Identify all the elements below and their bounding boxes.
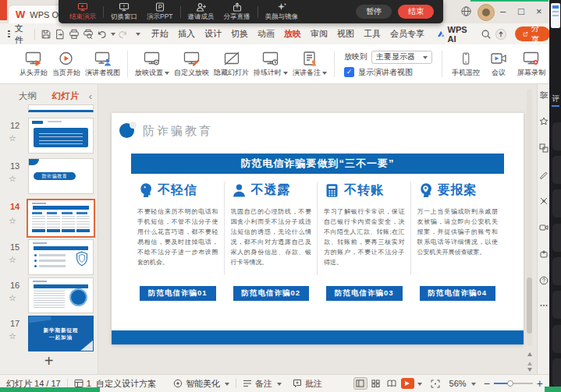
panel-item[interactable]: [552, 224, 561, 252]
maximize-button[interactable]: □: [518, 5, 524, 18]
tab-animation[interactable]: 动画: [253, 23, 279, 44]
rehearse-timing-button[interactable]: 排练计时: [251, 46, 290, 82]
switch-window-button[interactable]: 切换窗口: [106, 2, 142, 22]
show-settings-caret[interactable]: [165, 72, 169, 77]
slide-header-title[interactable]: 防诈骗教育: [143, 124, 213, 139]
file-menu[interactable]: 文件: [15, 23, 23, 46]
present-ppt-button[interactable]: 演示PPT: [142, 2, 178, 22]
show-settings-button[interactable]: 放映设置: [133, 46, 172, 82]
presenter-view-button[interactable]: 演讲者视图: [83, 46, 122, 82]
zoom-out-button[interactable]: −: [484, 378, 490, 389]
scroll-up-button[interactable]: [525, 358, 534, 366]
column-tag[interactable]: 防范电信诈骗03: [326, 286, 403, 301]
editing-canvas[interactable]: 防诈骗教育 防范电信诈骗要做到“三不一要” 不轻信 不要轻信来历不明的电话和手机…: [98, 84, 537, 374]
canvas-scrollbar-thumb[interactable]: [527, 277, 532, 334]
reading-view-button[interactable]: [385, 377, 399, 390]
invite-member-button[interactable]: 邀请成员: [183, 2, 219, 22]
slide-thumbnail-13[interactable]: 防诈骗教育: [28, 158, 94, 194]
help-icon[interactable]: [539, 276, 549, 285]
hamburger-menu-icon[interactable]: [8, 30, 10, 37]
print-preview-icon[interactable]: [81, 27, 95, 41]
tab-tools[interactable]: 工具: [359, 23, 385, 44]
comments-button[interactable]: 批注: [293, 378, 322, 390]
search-icon[interactable]: [479, 27, 493, 41]
meeting-button[interactable]: 会议: [485, 46, 513, 82]
panel-collapse-icon[interactable]: ‹: [89, 90, 92, 102]
smart-beautify-button[interactable]: 智能美化: [173, 378, 229, 390]
hide-slide-button[interactable]: 隐藏幻灯片: [211, 46, 251, 82]
slide-logo-icon[interactable]: [119, 123, 134, 138]
panel-item[interactable]: [552, 156, 561, 184]
share-live-button[interactable]: 分享直播: [219, 2, 255, 22]
favorites-icon[interactable]: [539, 117, 549, 126]
beauty-mirror-button[interactable]: 美颜与镜像: [261, 2, 304, 22]
previous-slide-button[interactable]: [525, 349, 534, 357]
slide-thumbnail-15[interactable]: [28, 239, 94, 275]
beautify-caret[interactable]: [225, 383, 229, 388]
more-icon[interactable]: [539, 301, 549, 310]
ink-pen-icon[interactable]: [539, 170, 549, 179]
fit-to-window-button[interactable]: [428, 377, 442, 390]
notes-caret[interactable]: [277, 383, 282, 388]
tab-slideshow[interactable]: 放映: [279, 23, 306, 44]
animation-star-icon[interactable]: ☆: [9, 293, 16, 303]
from-beginning-button[interactable]: 从头开始: [17, 46, 50, 82]
slide-thumbnail-17[interactable]: 新学期新征程 一起加油: [28, 316, 94, 351]
animation-star-icon[interactable]: ☆: [9, 174, 16, 184]
from-current-button[interactable]: 当页开始: [50, 46, 83, 82]
zoom-slider-thumb[interactable]: [507, 380, 513, 387]
custom-show-button[interactable]: 自定义放映: [172, 46, 211, 82]
normal-view-button[interactable]: [353, 377, 367, 390]
panel-item[interactable]: [552, 291, 561, 319]
notes-button[interactable]: 备注: [243, 378, 282, 390]
slide-thumbnail-11-partial[interactable]: [28, 104, 94, 112]
wps-ai-button[interactable]: WPS AI: [437, 25, 470, 44]
animation-star-icon[interactable]: ☆: [9, 133, 16, 143]
save-icon[interactable]: [39, 27, 53, 41]
slide-thumbnail-14-selected[interactable]: [27, 199, 95, 238]
slide-thumbnail-16[interactable]: [28, 277, 94, 313]
column-body-text[interactable]: 不要轻信来历不明的电话和手机短信，不管不法分子使用什么花言巧语，都不要轻易相信，…: [137, 207, 218, 277]
column-tag[interactable]: 防范电信诈骗01: [140, 286, 216, 301]
display-select[interactable]: 主要显示器: [371, 51, 432, 64]
screen-record-button[interactable]: 屏幕录制: [513, 46, 550, 82]
zoom-level[interactable]: 56%: [449, 379, 476, 388]
speaker-notes-button[interactable]: 演讲备注: [290, 46, 329, 82]
panel-item[interactable]: [552, 325, 561, 353]
plugin-icon[interactable]: [539, 249, 549, 259]
share-button[interactable]: 分享: [515, 26, 550, 41]
properties-icon[interactable]: [539, 90, 549, 100]
slide-bottom-band[interactable]: [112, 330, 524, 344]
speaker-notes-caret[interactable]: [322, 72, 327, 77]
globe-icon[interactable]: [460, 5, 472, 17]
panel-item[interactable]: [552, 122, 561, 150]
undo-dropdown-caret[interactable]: [111, 33, 115, 38]
current-slide[interactable]: 防诈骗教育 防范电信诈骗要做到“三不一要” 不轻信 不要轻信来历不明的电话和手机…: [112, 113, 524, 344]
tab-design[interactable]: 设计: [200, 23, 226, 44]
animation-star-icon[interactable]: ☆: [9, 331, 16, 341]
column-body-text[interactable]: 学习了解银行卡常识，保证自己银行卡内资金安全，决不向陌生人汇款、转账;在汇款、转…: [324, 207, 405, 277]
panel-item[interactable]: [552, 189, 561, 217]
export-icon[interactable]: [53, 27, 67, 41]
tab-home[interactable]: 开始: [147, 23, 173, 44]
undo-icon[interactable]: [95, 27, 109, 41]
slide-thumbnail-12[interactable]: [28, 118, 94, 154]
column-body-text[interactable]: 万一上当受骗或听到亲戚朋友被骗，请立即向公安机关报案，并提供骗子的账号和联系电话…: [417, 207, 499, 277]
panel-item[interactable]: [552, 358, 561, 387]
panel-item[interactable]: [552, 257, 561, 285]
tools-icon[interactable]: [539, 196, 549, 206]
tab-insert[interactable]: 插入: [173, 23, 200, 44]
presenter-view-checkbox[interactable]: ✓: [344, 67, 354, 77]
cloud-upload-icon[interactable]: [493, 26, 509, 42]
column-report[interactable]: 要报案 万一上当受骗或听到亲戚朋友被骗，请立即向公安机关报案，并提供骗子的账号和…: [411, 180, 505, 301]
user-avatar[interactable]: [478, 4, 495, 21]
end-show-button[interactable]: 结束演示: [65, 2, 101, 22]
zoom-slider[interactable]: [494, 383, 533, 384]
column-no-trust[interactable]: 不轻信 不要轻信来历不明的电话和手机短信，不管不法分子使用什么花言巧语，都不要轻…: [131, 180, 225, 301]
comment-panel-tab[interactable]: 评: [552, 94, 559, 104]
column-tag[interactable]: 防范电信诈骗04: [420, 286, 496, 301]
mini-window-icon[interactable]: [551, 3, 560, 28]
print-icon[interactable]: [67, 27, 81, 41]
column-tag[interactable]: 防范电信诈骗02: [233, 286, 310, 301]
play-options-caret[interactable]: [417, 383, 422, 388]
